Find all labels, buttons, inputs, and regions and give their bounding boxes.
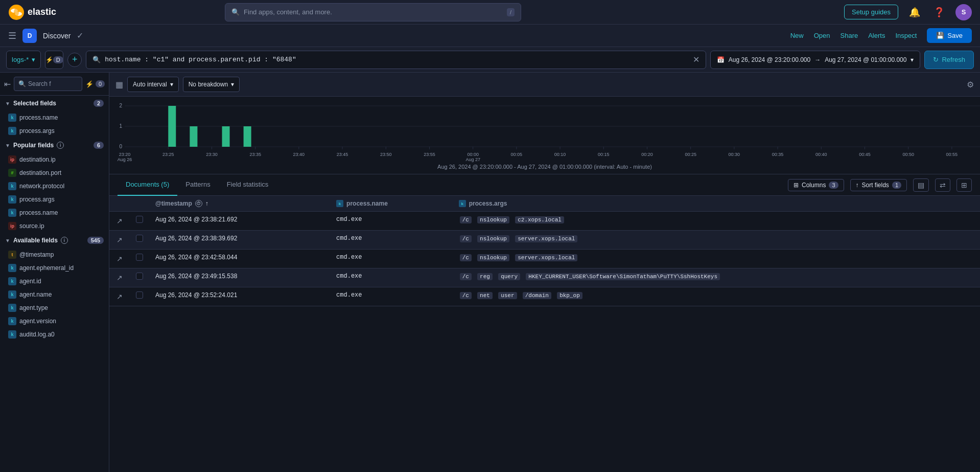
popular-fields-info-icon[interactable]: i [57, 142, 64, 149]
row-expand-button-0[interactable]: ↗ [115, 216, 124, 226]
elastic-logo[interactable]: elastic [8, 4, 56, 20]
field-name: network.protocol [19, 183, 64, 190]
view-single-icon[interactable]: ▤ [913, 178, 929, 192]
add-filter-button[interactable]: + [67, 53, 82, 67]
share-link[interactable]: Share [841, 32, 858, 39]
query-clear-button[interactable]: ✕ [693, 55, 699, 64]
selected-field-process-args[interactable]: k process.args [0, 124, 109, 138]
new-link[interactable]: New [790, 32, 804, 39]
row-checkbox-1[interactable] [136, 235, 143, 242]
svg-rect-13 [244, 126, 251, 147]
datetime-range-picker[interactable]: 📅 Aug 26, 2024 @ 23:20:00.000 → Aug 27, … [710, 51, 921, 69]
alerts-link[interactable]: Alerts [868, 32, 885, 39]
tabs-toolbar: ⊞ Columns 3 ↑ Sort fields 1 ▤ ⇄ ⊞ [788, 178, 972, 192]
selected-fields-section[interactable]: ▼ Selected fields 2 [0, 96, 109, 111]
date-from: Aug 26, 2024 @ 23:20:00.000 [729, 56, 810, 63]
hamburger-menu-button[interactable]: ☰ [8, 30, 16, 41]
svg-text:23:45: 23:45 [337, 152, 348, 157]
svg-text:00:00: 00:00 [467, 152, 479, 157]
available-field-agent-name[interactable]: k agent.name [0, 288, 109, 301]
popular-field-destination-port[interactable]: # destination.port [0, 166, 109, 179]
chart-settings-button[interactable]: ⚙ [967, 80, 974, 89]
sidebar-filter-button[interactable]: ⚡ 0 [85, 80, 105, 88]
user-avatar[interactable]: S [955, 4, 972, 20]
field-name: @timestamp [19, 251, 54, 258]
save-button[interactable]: 💾 Save [927, 28, 972, 43]
field-name: source.ip [19, 222, 44, 230]
tab-patterns[interactable]: Patterns [177, 174, 218, 196]
row-expand-button-2[interactable]: ↗ [115, 254, 124, 264]
interval-selector[interactable]: Auto interval ▾ [127, 77, 179, 92]
svg-text:00:10: 00:10 [554, 152, 566, 157]
chart-toggle-button[interactable]: ▦ [115, 80, 123, 89]
available-field-agent-version[interactable]: k agent.version [0, 314, 109, 328]
popular-field-network-protocol[interactable]: k network.protocol [0, 179, 109, 193]
svg-text:Aug 27: Aug 27 [465, 157, 480, 162]
available-field-agent-type[interactable]: k agent.type [0, 301, 109, 314]
row-checkbox-3[interactable] [136, 273, 143, 280]
inspect-link[interactable]: Inspect [895, 32, 917, 39]
results-table: @timestamp ⏱ ↑ k process.name [109, 196, 980, 306]
second-nav-actions: New Open Share Alerts Inspect 💾 Save [790, 28, 972, 43]
popular-field-process-name[interactable]: k process.name [0, 206, 109, 219]
field-type-hash-icon: # [8, 169, 16, 177]
popular-fields-section[interactable]: ▼ Popular fields i 6 [0, 138, 109, 153]
available-field-timestamp[interactable]: t @timestamp [0, 248, 109, 261]
available-field-auditd-log-a0[interactable]: k auditd.log.a0 [0, 328, 109, 341]
row-checkbox-4[interactable] [136, 291, 143, 299]
popular-field-source-ip[interactable]: ip source.ip [0, 219, 109, 233]
row-process-args-4: /c net user /domain bkp_op [453, 287, 980, 306]
popular-field-process-args[interactable]: k process.args [0, 193, 109, 206]
process-name-col-label: process.name [346, 200, 388, 207]
row-checkbox-0[interactable] [136, 216, 143, 223]
news-icon[interactable]: 🔔 [906, 4, 923, 20]
sidebar-search-input[interactable]: 🔍 Search f [14, 77, 82, 91]
sidebar-toolbar: ⇤ 🔍 Search f ⚡ 0 [0, 73, 109, 96]
svg-text:00:35: 00:35 [772, 152, 784, 157]
refresh-button[interactable]: ↻ Refresh [924, 51, 974, 69]
sort-fields-button[interactable]: ↑ Sort fields 1 [850, 179, 907, 191]
available-fields-info-icon[interactable]: i [61, 237, 68, 244]
tab-field-statistics-label: Field statistics [227, 181, 269, 188]
timestamp-info-icon[interactable]: ⏱ [195, 200, 202, 207]
svg-text:00:05: 00:05 [511, 152, 523, 157]
field-name: agent.ephemeral_id [19, 264, 74, 272]
field-name: agent.type [19, 304, 48, 311]
row-expand-button-1[interactable]: ↗ [115, 235, 124, 245]
row-timestamp-4: Aug 26, 2024 @ 23:52:24.021 [149, 287, 330, 306]
global-search-placeholder: Find apps, content, and more. [244, 8, 332, 16]
sidebar-toggle-button[interactable]: ⇤ [4, 79, 11, 89]
setup-guides-button[interactable]: Setup guides [844, 5, 898, 19]
view-grid-icon[interactable]: ⊞ [956, 178, 972, 192]
tab-documents[interactable]: Documents (5) [118, 174, 177, 196]
query-input[interactable]: 🔍 host.name : "c1" and process.parent.pi… [86, 51, 706, 69]
tab-patterns-label: Patterns [185, 181, 210, 188]
chart-toolbar: ▦ Auto interval ▾ No breakdown ▾ ⚙ [109, 73, 980, 97]
available-field-agent-id[interactable]: k agent.id [0, 275, 109, 288]
available-field-agent-ephemeral-id[interactable]: k agent.ephemeral_id [0, 261, 109, 275]
popular-field-destination-ip[interactable]: ip destination.ip [0, 153, 109, 166]
row-checkbox-2[interactable] [136, 254, 143, 261]
sort-asc-icon[interactable]: ↑ [205, 200, 208, 207]
columns-button[interactable]: ⊞ Columns 3 [788, 179, 844, 191]
selected-field-process-name[interactable]: k process.name [0, 111, 109, 124]
breakdown-selector[interactable]: No breakdown ▾ [183, 77, 240, 92]
args-token: nslookup [477, 216, 509, 223]
row-expand-button-4[interactable]: ↗ [115, 291, 124, 302]
check-icon: ✓ [77, 31, 83, 40]
help-icon[interactable]: ❓ [931, 4, 947, 20]
field-type-k-icon: k [8, 209, 16, 217]
available-fields-section[interactable]: ▼ Available fields i 545 [0, 233, 109, 248]
open-link[interactable]: Open [814, 32, 830, 39]
global-search-bar[interactable]: 🔍 Find apps, content, and more. / [225, 3, 521, 21]
row-expand-button-3[interactable]: ↗ [115, 273, 124, 283]
view-compare-icon[interactable]: ⇄ [935, 178, 950, 192]
tab-field-statistics[interactable]: Field statistics [219, 174, 277, 196]
args-token: server.xops.local [515, 235, 577, 242]
filter-button[interactable]: ⚡ D [45, 51, 63, 69]
field-name: destination.port [19, 169, 61, 176]
save-icon: 💾 [936, 32, 944, 39]
svg-text:00:15: 00:15 [598, 152, 610, 157]
index-selector[interactable]: logs-* ▾ [6, 51, 41, 69]
args-token: /c [460, 216, 472, 223]
